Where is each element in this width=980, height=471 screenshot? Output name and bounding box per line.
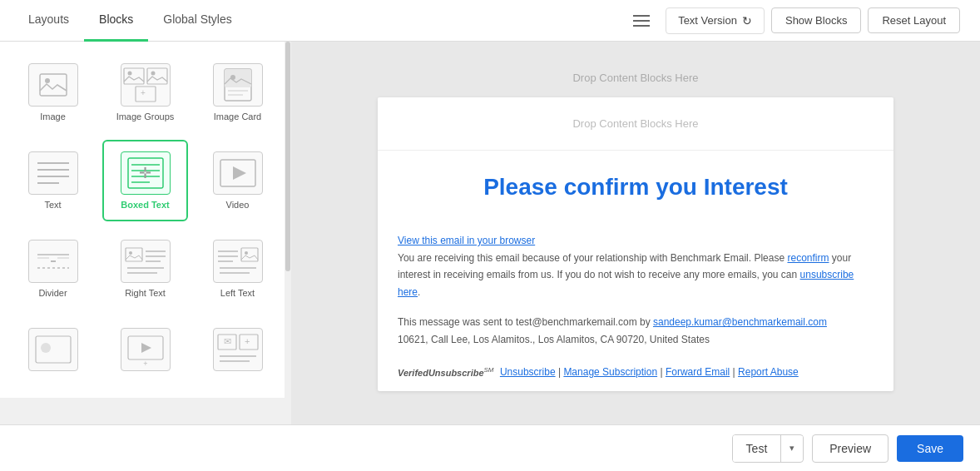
block-item-bottom1[interactable] xyxy=(10,316,96,388)
verified-logo: VerifedUnsubscribeSM xyxy=(398,366,494,378)
sm-superscript: SM xyxy=(484,366,494,374)
svg-rect-9 xyxy=(225,69,251,87)
svg-marker-23 xyxy=(233,166,246,180)
blocks-grid: Image + xyxy=(0,42,290,398)
tab-global-styles[interactable]: Global Styles xyxy=(148,0,246,42)
svg-point-5 xyxy=(151,72,155,76)
svg-rect-17 xyxy=(128,158,163,188)
text-block-icon xyxy=(28,151,78,195)
block-item-image[interactable]: Image xyxy=(10,52,96,133)
sender-email-link[interactable]: sandeep.kumar@benchmarkemail.com xyxy=(653,316,827,328)
svg-marker-46 xyxy=(141,343,151,353)
manage-subscription-link[interactable]: Manage Subscription xyxy=(563,366,657,378)
view-browser-link[interactable]: View this email in your browser xyxy=(398,235,535,246)
panel-scrollbar[interactable] xyxy=(285,42,291,424)
hamburger-line xyxy=(633,20,650,22)
bottom-bar: Test ▾ Preview Save xyxy=(0,424,980,471)
bottom2-block-icon: + xyxy=(121,328,171,371)
email-container: Drop Content Blocks Here Please confirm … xyxy=(378,97,893,391)
right-text-block-icon xyxy=(121,240,171,283)
panel-scrollbar-thumb xyxy=(285,42,290,271)
top-navigation: Layouts Blocks Global Styles Text Versio… xyxy=(0,0,980,42)
svg-rect-43 xyxy=(36,336,71,363)
footer-links-section: Unsubscribe | Manage Subscription | Forw… xyxy=(497,366,799,378)
svg-rect-6 xyxy=(136,87,156,102)
unsubscribe-link[interactable]: Unsubscribe xyxy=(500,366,556,378)
email-verified-section: VerifedUnsubscribeSM Unsubscribe | Manag… xyxy=(378,358,893,391)
block-item-image-card[interactable]: Image Card xyxy=(195,52,280,133)
svg-point-40 xyxy=(245,251,248,255)
address-text: 10621, Call Lee, Los Alamitos., Los Alam… xyxy=(398,331,874,348)
inner-drop-zone: Drop Content Blocks Here xyxy=(378,97,893,151)
block-item-boxed-text[interactable]: ✛ Boxed Text xyxy=(102,140,188,221)
svg-rect-0 xyxy=(40,74,67,96)
bottom3-block-icon: ✉ + xyxy=(213,328,263,371)
show-blocks-button[interactable]: Show Blocks xyxy=(771,7,861,33)
svg-point-44 xyxy=(41,343,51,353)
blocks-panel: Image + xyxy=(0,42,291,398)
reconfirm-link[interactable]: reconfirm xyxy=(787,252,829,264)
hamburger-line xyxy=(633,25,650,27)
verified-text: Verifed xyxy=(398,368,428,378)
svg-point-3 xyxy=(127,72,131,76)
block-item-text[interactable]: Text xyxy=(10,140,96,221)
email-view-browser-section: View this email in your browser You are … xyxy=(378,224,893,307)
svg-point-1 xyxy=(45,78,50,83)
svg-rect-39 xyxy=(241,248,258,261)
refresh-icon: ↻ xyxy=(742,14,752,27)
block-item-bottom3[interactable]: ✉ + xyxy=(195,316,280,388)
bottom1-block-icon xyxy=(28,328,78,371)
block-item-image-groups[interactable]: + Image Groups xyxy=(102,52,188,133)
video-block-icon xyxy=(213,151,263,195)
left-text-block-icon xyxy=(213,240,263,283)
block-item-divider[interactable]: Divider xyxy=(10,228,96,310)
preview-button[interactable]: Preview xyxy=(812,434,888,463)
block-item-left-text[interactable]: Left Text xyxy=(195,228,280,310)
block-item-video[interactable]: Video xyxy=(195,140,280,221)
main-area: Image + xyxy=(0,42,980,424)
outer-drop-zone: Drop Content Blocks Here xyxy=(378,58,893,97)
block-item-bottom2[interactable]: + xyxy=(102,316,188,388)
left-panel-wrapper: Image + xyxy=(0,42,291,424)
sent-to-text: This message was sent to test@benchmarke… xyxy=(398,314,874,330)
divider-block-icon xyxy=(28,240,78,283)
reconfirm-paragraph: You are receiving this email because of … xyxy=(398,250,874,300)
email-heading-text: Please confirm you Interest xyxy=(398,174,874,201)
report-abuse-link[interactable]: Report Abuse xyxy=(738,366,799,378)
unsubscribe-service-text: Unsubscribe xyxy=(428,368,484,378)
tab-layouts[interactable]: Layouts xyxy=(13,0,84,42)
forward-email-link[interactable]: Forward Email xyxy=(666,366,730,378)
svg-rect-4 xyxy=(147,68,167,84)
canvas-area: Drop Content Blocks Here Drop Content Bl… xyxy=(291,42,980,424)
text-version-button[interactable]: Text Version ↻ xyxy=(666,7,765,34)
hamburger-menu-button[interactable] xyxy=(627,7,656,35)
svg-text:+: + xyxy=(245,336,250,346)
svg-rect-29 xyxy=(126,248,142,261)
svg-rect-2 xyxy=(124,68,144,84)
svg-text:+: + xyxy=(141,88,146,97)
test-button-group[interactable]: Test ▾ xyxy=(732,434,804,463)
hamburger-line xyxy=(633,15,650,17)
svg-text:✉: ✉ xyxy=(224,336,231,346)
block-item-right-text[interactable]: Right Text xyxy=(102,228,188,310)
tab-blocks[interactable]: Blocks xyxy=(84,0,148,42)
test-main-button[interactable]: Test xyxy=(733,435,782,462)
email-heading-section: Please confirm you Interest xyxy=(378,151,893,224)
boxed-text-block-icon: ✛ xyxy=(121,151,171,195)
svg-text:+: + xyxy=(143,359,147,366)
image-card-block-icon xyxy=(213,63,263,107)
svg-point-30 xyxy=(129,251,132,255)
reset-layout-button[interactable]: Reset Layout xyxy=(868,7,960,33)
save-button[interactable]: Save xyxy=(897,435,963,462)
image-block-icon xyxy=(28,63,78,107)
test-dropdown-arrow[interactable]: ▾ xyxy=(781,436,803,460)
email-sent-to-section: This message was sent to test@benchmarke… xyxy=(378,307,893,358)
image-groups-block-icon: + xyxy=(121,63,171,107)
